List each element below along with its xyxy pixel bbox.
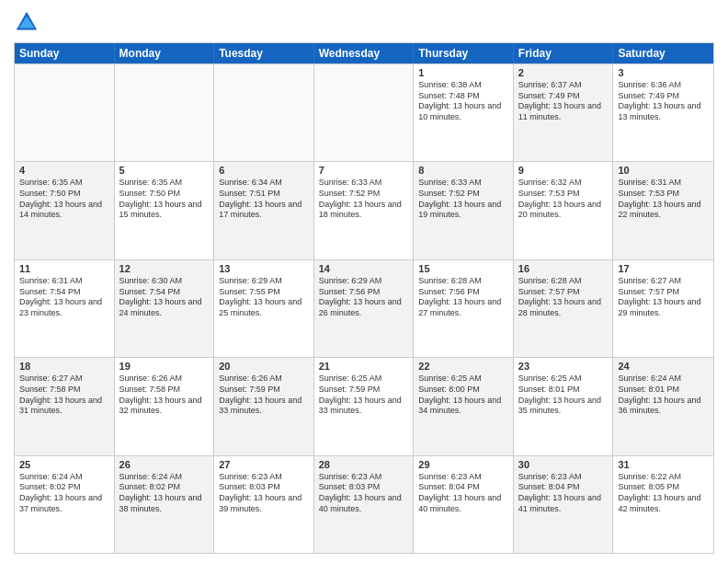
cell-info: Sunrise: 6:25 AMSunset: 8:01 PMDaylight:… [518, 373, 609, 417]
calendar-cell: 7Sunrise: 6:33 AMSunset: 7:52 PMDaylight… [314, 162, 415, 259]
cell-info: Sunrise: 6:24 AMSunset: 8:02 PMDaylight:… [19, 472, 109, 515]
calendar-header: SundayMondayTuesdayWednesdayThursdayFrid… [15, 43, 713, 63]
day-number: 7 [319, 165, 409, 176]
cell-info: Sunrise: 6:35 AMSunset: 7:50 PMDaylight:… [19, 178, 109, 221]
cell-info: Sunrise: 6:23 AMSunset: 8:04 PMDaylight:… [418, 472, 508, 515]
calendar-cell: 5Sunrise: 6:35 AMSunset: 7:50 PMDaylight… [115, 162, 215, 259]
cell-info: Sunrise: 6:23 AMSunset: 8:03 PMDaylight:… [319, 472, 409, 515]
cell-info: Sunrise: 6:29 AMSunset: 7:55 PMDaylight:… [219, 276, 309, 319]
day-number: 11 [19, 263, 109, 274]
day-number: 21 [319, 361, 409, 372]
weekday-header-friday: Friday [514, 43, 614, 63]
calendar-cell: 31Sunrise: 6:22 AMSunset: 8:05 PMDayligh… [613, 456, 713, 553]
cell-info: Sunrise: 6:24 AMSunset: 8:01 PMDaylight:… [618, 373, 709, 417]
calendar-cell: 30Sunrise: 6:23 AMSunset: 8:04 PMDayligh… [514, 456, 614, 553]
calendar: SundayMondayTuesdayWednesdayThursdayFrid… [14, 42, 714, 554]
cell-info: Sunrise: 6:27 AMSunset: 7:57 PMDaylight:… [618, 276, 709, 319]
cell-info: Sunrise: 6:32 AMSunset: 7:53 PMDaylight:… [518, 178, 609, 221]
cell-info: Sunrise: 6:25 AMSunset: 8:00 PMDaylight:… [418, 373, 508, 417]
day-number: 13 [219, 263, 309, 274]
calendar-cell: 20Sunrise: 6:26 AMSunset: 7:59 PMDayligh… [214, 358, 314, 454]
cell-info: Sunrise: 6:38 AMSunset: 7:48 PMDaylight:… [418, 80, 508, 123]
cell-info: Sunrise: 6:31 AMSunset: 7:53 PMDaylight:… [618, 178, 709, 221]
day-number: 8 [418, 165, 508, 176]
weekday-header-thursday: Thursday [414, 43, 514, 63]
calendar-cell: 27Sunrise: 6:23 AMSunset: 8:03 PMDayligh… [214, 456, 314, 553]
day-number: 12 [119, 263, 210, 274]
calendar-cell: 10Sunrise: 6:31 AMSunset: 7:53 PMDayligh… [613, 162, 713, 259]
calendar-cell: 8Sunrise: 6:33 AMSunset: 7:52 PMDaylight… [414, 162, 514, 259]
calendar-row-2: 11Sunrise: 6:31 AMSunset: 7:54 PMDayligh… [15, 259, 713, 357]
weekday-header-sunday: Sunday [15, 43, 115, 63]
day-number: 24 [618, 361, 709, 372]
calendar-cell: 21Sunrise: 6:25 AMSunset: 7:59 PMDayligh… [314, 358, 415, 454]
calendar-cell: 22Sunrise: 6:25 AMSunset: 8:00 PMDayligh… [414, 358, 514, 454]
calendar-cell: 23Sunrise: 6:25 AMSunset: 8:01 PMDayligh… [514, 358, 614, 454]
day-number: 31 [618, 459, 709, 470]
calendar-cell: 17Sunrise: 6:27 AMSunset: 7:57 PMDayligh… [613, 260, 713, 357]
day-number: 6 [219, 165, 309, 176]
day-number: 29 [418, 459, 508, 470]
cell-info: Sunrise: 6:23 AMSunset: 8:03 PMDaylight:… [219, 472, 309, 515]
cell-info: Sunrise: 6:26 AMSunset: 7:58 PMDaylight:… [119, 373, 210, 417]
cell-info: Sunrise: 6:23 AMSunset: 8:04 PMDaylight:… [518, 472, 609, 515]
cell-info: Sunrise: 6:36 AMSunset: 7:49 PMDaylight:… [618, 80, 709, 123]
cell-info: Sunrise: 6:26 AMSunset: 7:59 PMDaylight:… [219, 373, 309, 417]
day-number: 14 [319, 263, 409, 274]
calendar-cell: 18Sunrise: 6:27 AMSunset: 7:58 PMDayligh… [15, 358, 115, 454]
day-number: 17 [618, 263, 709, 274]
weekday-header-monday: Monday [115, 43, 215, 63]
day-number: 27 [219, 459, 309, 470]
cell-info: Sunrise: 6:33 AMSunset: 7:52 PMDaylight:… [319, 178, 409, 221]
calendar-cell: 24Sunrise: 6:24 AMSunset: 8:01 PMDayligh… [613, 358, 713, 454]
calendar-cell [214, 64, 314, 161]
cell-info: Sunrise: 6:37 AMSunset: 7:49 PMDaylight:… [518, 80, 609, 123]
calendar-cell: 1Sunrise: 6:38 AMSunset: 7:48 PMDaylight… [414, 64, 514, 161]
calendar-cell: 4Sunrise: 6:35 AMSunset: 7:50 PMDaylight… [15, 162, 115, 259]
page: SundayMondayTuesdayWednesdayThursdayFrid… [0, 0, 728, 563]
calendar-row-0: 1Sunrise: 6:38 AMSunset: 7:48 PMDaylight… [15, 63, 713, 161]
calendar-cell: 28Sunrise: 6:23 AMSunset: 8:03 PMDayligh… [314, 456, 415, 553]
calendar-body: 1Sunrise: 6:38 AMSunset: 7:48 PMDaylight… [15, 63, 713, 553]
calendar-cell: 19Sunrise: 6:26 AMSunset: 7:58 PMDayligh… [115, 358, 215, 454]
cell-info: Sunrise: 6:29 AMSunset: 7:56 PMDaylight:… [319, 276, 409, 319]
calendar-cell [115, 64, 215, 161]
calendar-row-3: 18Sunrise: 6:27 AMSunset: 7:58 PMDayligh… [15, 357, 713, 454]
day-number: 1 [418, 67, 508, 78]
day-number: 5 [119, 165, 210, 176]
day-number: 2 [518, 67, 609, 78]
logo [14, 9, 43, 35]
weekday-header-wednesday: Wednesday [314, 43, 415, 63]
cell-info: Sunrise: 6:31 AMSunset: 7:54 PMDaylight:… [19, 276, 109, 319]
day-number: 16 [518, 263, 609, 274]
day-number: 25 [19, 459, 109, 470]
calendar-row-1: 4Sunrise: 6:35 AMSunset: 7:50 PMDaylight… [15, 161, 713, 259]
cell-info: Sunrise: 6:34 AMSunset: 7:51 PMDaylight:… [219, 178, 309, 221]
cell-info: Sunrise: 6:24 AMSunset: 8:02 PMDaylight:… [119, 472, 210, 515]
cell-info: Sunrise: 6:28 AMSunset: 7:57 PMDaylight:… [518, 276, 609, 319]
cell-info: Sunrise: 6:22 AMSunset: 8:05 PMDaylight:… [618, 472, 709, 515]
calendar-cell: 6Sunrise: 6:34 AMSunset: 7:51 PMDaylight… [214, 162, 314, 259]
day-number: 22 [418, 361, 508, 372]
day-number: 15 [418, 263, 508, 274]
day-number: 26 [119, 459, 210, 470]
weekday-header-tuesday: Tuesday [214, 43, 314, 63]
day-number: 18 [19, 361, 109, 372]
day-number: 30 [518, 459, 609, 470]
weekday-header-saturday: Saturday [613, 43, 713, 63]
calendar-cell: 14Sunrise: 6:29 AMSunset: 7:56 PMDayligh… [314, 260, 415, 357]
calendar-cell: 16Sunrise: 6:28 AMSunset: 7:57 PMDayligh… [514, 260, 614, 357]
calendar-cell: 11Sunrise: 6:31 AMSunset: 7:54 PMDayligh… [15, 260, 115, 357]
day-number: 23 [518, 361, 609, 372]
cell-info: Sunrise: 6:35 AMSunset: 7:50 PMDaylight:… [119, 178, 210, 221]
cell-info: Sunrise: 6:30 AMSunset: 7:54 PMDaylight:… [119, 276, 210, 319]
calendar-cell: 15Sunrise: 6:28 AMSunset: 7:56 PMDayligh… [414, 260, 514, 357]
day-number: 9 [518, 165, 609, 176]
calendar-cell: 26Sunrise: 6:24 AMSunset: 8:02 PMDayligh… [115, 456, 215, 553]
calendar-cell: 13Sunrise: 6:29 AMSunset: 7:55 PMDayligh… [214, 260, 314, 357]
cell-info: Sunrise: 6:25 AMSunset: 7:59 PMDaylight:… [319, 373, 409, 417]
day-number: 3 [618, 67, 709, 78]
cell-info: Sunrise: 6:28 AMSunset: 7:56 PMDaylight:… [418, 276, 508, 319]
day-number: 4 [19, 165, 109, 176]
calendar-row-4: 25Sunrise: 6:24 AMSunset: 8:02 PMDayligh… [15, 455, 713, 553]
